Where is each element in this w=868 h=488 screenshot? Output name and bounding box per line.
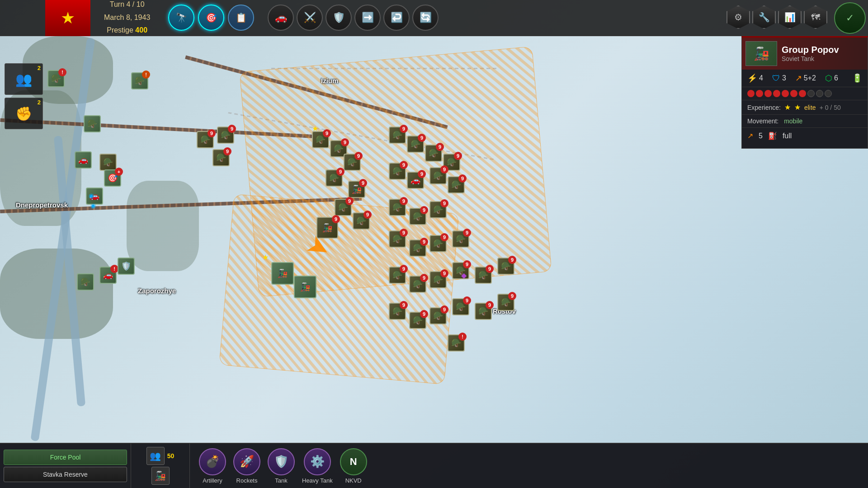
stats-button[interactable]: 📊: [778, 5, 802, 29]
turn-label: Turn 4 / 10: [104, 0, 150, 11]
health-dot-8: [807, 90, 815, 97]
armor-icon: ⬡: [825, 73, 832, 83]
unit-preview-area: 👥 50 🚂: [131, 443, 190, 488]
unit-token[interactable]: 🪖9: [326, 169, 343, 187]
unit-token[interactable]: 🪖9: [475, 267, 492, 284]
unit-token[interactable]: 🪖9: [409, 239, 426, 257]
health-dot-4: [773, 90, 780, 97]
unit-token[interactable]: 🪖9: [429, 235, 447, 252]
attack-arrow-icon: ↗: [747, 131, 753, 140]
unit-token[interactable]: 🪖!: [448, 334, 465, 352]
unit-token[interactable]: 🪖9: [389, 267, 406, 284]
unit-panel: 🚂 Group Popov Soviet Tank ⚡ 4 🛡 3 ↗ 5+2 …: [741, 36, 868, 149]
unit-token[interactable]: 🚂9: [348, 181, 365, 198]
unit-token[interactable]: 🛡️: [118, 258, 135, 275]
force-pool-button[interactable]: Force Pool: [4, 450, 127, 465]
unit-panel-header: 🚂 Group Popov Soviet Tank: [742, 38, 868, 70]
buy-heavy-tank[interactable]: ⚙️ Heavy Tank: [302, 448, 333, 484]
unit-token[interactable]: 🪖9: [429, 271, 447, 288]
preview-unit-1[interactable]: 👥 50: [146, 447, 175, 465]
unit-token[interactable]: 🪖9: [353, 212, 370, 230]
unit-token[interactable]: 🪖9: [497, 258, 514, 275]
unit-token[interactable]: 🪖9: [197, 131, 214, 148]
unit-token[interactable]: 🪖!: [47, 70, 65, 87]
unit-token[interactable]: 🪖9: [429, 167, 447, 184]
unit-token[interactable]: 🪖9: [335, 199, 352, 216]
unit-token[interactable]: 🪖9: [425, 145, 442, 162]
unit-token[interactable]: 🪖9: [452, 230, 469, 248]
stavka-reserve-button[interactable]: Stavka Reserve: [4, 467, 127, 482]
arrow-icon: ↗: [795, 73, 802, 83]
unit-token[interactable]: 🪖!: [131, 72, 148, 89]
unit-token[interactable]: 🪖9: [212, 149, 230, 166]
unit-token[interactable]: 🚂9: [316, 217, 338, 239]
end-turn-button[interactable]: ✓: [834, 2, 866, 34]
left-unit-slots: 2 👥 2 ✊: [5, 63, 43, 129]
unit-token[interactable]: 🚂: [294, 276, 316, 298]
supply-button[interactable]: ⚙: [726, 5, 750, 29]
unit-token[interactable]: 🪖9: [452, 298, 469, 315]
unit-token[interactable]: 🪖9: [407, 136, 424, 153]
rotate-button[interactable]: 🔄: [412, 5, 439, 31]
unit-slot-1[interactable]: 2 👥: [5, 63, 43, 95]
unit-token[interactable]: 🪖9: [389, 199, 406, 216]
rockets-icon: 🚀: [233, 448, 260, 475]
unit-token[interactable]: 🪖9: [344, 154, 361, 171]
fuel-icon: ⛽: [768, 131, 777, 140]
artillery-icon: 💣: [199, 448, 226, 475]
unit-token[interactable]: 🪖9: [409, 276, 426, 293]
attack-button[interactable]: ⚔️: [297, 5, 323, 31]
unit-token[interactable]: 🪖9: [389, 230, 406, 248]
unit-token[interactable]: 🪖: [84, 115, 101, 132]
orders-button[interactable]: 📋: [228, 5, 254, 31]
move-button[interactable]: 🚗: [268, 5, 294, 31]
buy-nkvd[interactable]: N NKVD: [340, 448, 367, 484]
unit-token[interactable]: 🚗: [75, 151, 92, 169]
unit-token[interactable]: 🪖: [99, 154, 117, 171]
unit-token[interactable]: 🚂: [271, 262, 294, 285]
unit-token[interactable]: 🪖9: [475, 303, 492, 320]
buy-units-area: 💣 Artillery 🚀 Rockets 🛡️ Tank ⚙️ Heavy T…: [190, 448, 376, 484]
unit-token[interactable]: 🪖9: [389, 163, 406, 180]
buy-tank[interactable]: 🛡️ Tank: [268, 448, 295, 484]
unit-token[interactable]: 🪖9: [389, 303, 406, 320]
buy-rockets[interactable]: 🚀 Rockets: [233, 448, 260, 484]
unit-token[interactable]: 🪖9: [409, 208, 426, 225]
unit-name-area: Group Popov Soviet Tank: [782, 45, 839, 62]
undo-button[interactable]: ↩️: [383, 5, 410, 31]
recon-button[interactable]: 🔭: [168, 5, 194, 31]
health-dot-3: [764, 90, 772, 97]
map-background[interactable]: ➤ Izium Dnepropetrovsk Zaporozhye Rostov…: [0, 0, 868, 488]
defense-stat: 🛡 3: [772, 74, 786, 83]
unit-type: Soviet Tank: [782, 55, 839, 62]
preview-unit-2[interactable]: 🚂: [151, 467, 170, 485]
turn-info: Turn 4 / 10 March 8, 1943 Prestige 400: [104, 0, 150, 37]
unit-token[interactable]: 🪖9: [429, 307, 447, 324]
next-unit-button[interactable]: ➡️: [354, 5, 381, 31]
settings-hex-button[interactable]: 🔧: [752, 5, 776, 29]
flag-area: ★: [45, 0, 90, 36]
unit-token[interactable]: 🪖9: [452, 262, 469, 279]
buy-artillery[interactable]: 💣 Artillery: [199, 448, 226, 484]
target-button[interactable]: 🎯: [198, 5, 224, 31]
soviet-star: ★: [61, 9, 75, 28]
unit-token[interactable]: 🪖9: [389, 127, 406, 144]
unit-token[interactable]: 🪖9: [429, 201, 447, 218]
health-dot-10: [825, 90, 832, 97]
nkvd-icon: N: [340, 448, 367, 475]
unit-token[interactable]: 🪖9: [217, 127, 234, 144]
unit-slot-2[interactable]: 2 ✊: [5, 98, 43, 129]
unit-token[interactable]: 🪖: [77, 273, 94, 291]
preview-icon-1: 👥: [146, 447, 165, 465]
unit-token[interactable]: 🪖9: [448, 176, 465, 193]
unit-token[interactable]: 🪖9: [497, 294, 514, 311]
unit-token[interactable]: 🪖9: [312, 131, 329, 148]
unit-token[interactable]: 🚗9: [407, 172, 424, 189]
defend-button[interactable]: 🛡️: [326, 5, 352, 31]
map-button[interactable]: 🗺: [804, 5, 827, 29]
exp-star-1: ★: [784, 103, 791, 112]
unit-token[interactable]: 🚗!: [99, 267, 117, 284]
top-right-buttons: ⚙ 🔧 📊 🗺: [726, 5, 827, 29]
unit-token[interactable]: 🪖9: [409, 312, 426, 329]
unit-token[interactable]: 🎯+: [104, 169, 121, 187]
